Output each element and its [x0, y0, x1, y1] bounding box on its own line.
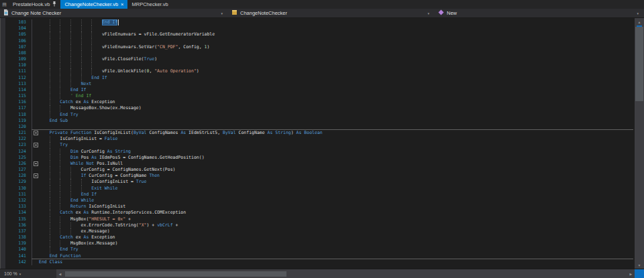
class-dropdown[interactable]: ChangeNoteChecker ▾ — [228, 9, 435, 17]
code-text[interactable]: ex.Message) — [39, 228, 635, 234]
code-text[interactable]: Exit While — [39, 186, 635, 192]
code-text[interactable]: End Try — [39, 247, 635, 253]
code-line: 124 Dim CurConfig As String — [0, 149, 635, 155]
fold-gutter — [32, 204, 39, 210]
code-line: 106 — [0, 38, 635, 44]
line-number: 123 — [0, 142, 32, 148]
code-editor[interactable]: 103 End If104105 vFileEnumvars = vFile.G… — [0, 18, 644, 269]
code-text[interactable] — [39, 25, 635, 31]
code-text[interactable]: End If — [39, 192, 635, 198]
line-number: 139 — [0, 240, 32, 247]
code-text[interactable]: End If — [39, 19, 635, 25]
code-line: 126 While Not Pos.IsNull — [0, 161, 635, 167]
fold-collapse-icon[interactable] — [34, 131, 38, 135]
code-text[interactable]: Return IsConfigInList — [39, 204, 635, 210]
scroll-left-icon[interactable]: ◀ — [56, 272, 64, 276]
indent-guide — [50, 38, 50, 44]
line-number: 130 — [0, 186, 32, 192]
code-text[interactable]: MsgBox("HRESULT = 0x" + — [39, 216, 635, 222]
fold-gutter — [32, 155, 39, 161]
indent-guide — [81, 62, 82, 68]
code-text[interactable]: vFileEnumvars = vFile.GetEnumeratorVaria… — [39, 31, 635, 38]
fold-gutter — [32, 173, 39, 179]
fold-gutter — [32, 38, 39, 44]
fold-gutter — [32, 44, 39, 50]
code-text[interactable] — [39, 38, 635, 44]
code-text[interactable]: MessageBox.Show(ex.Message) — [39, 105, 635, 111]
scroll-down-icon[interactable]: ▼ — [635, 261, 644, 269]
line-number: 134 — [0, 210, 32, 216]
vertical-scrollbar[interactable]: ▲ ▼ — [635, 18, 644, 269]
code-text[interactable]: End Sub — [39, 118, 635, 124]
indent-guide — [50, 62, 50, 68]
code-line: 135 MsgBox("HRESULT = 0x" + — [0, 216, 635, 222]
code-text[interactable]: CurConfig = ConfigNames.GetNext(Pos) — [39, 167, 635, 173]
code-text[interactable]: Next — [39, 81, 635, 87]
fold-gutter — [32, 130, 39, 136]
fold-gutter — [32, 19, 39, 25]
code-line: 125 Dim Pos As IEdmPos5 = ConfigNames.Ge… — [0, 155, 635, 161]
fold-gutter — [32, 234, 39, 240]
code-text[interactable]: ' End If — [39, 93, 635, 99]
horizontal-scrollbar-thumb[interactable] — [65, 271, 286, 277]
document-list-icon[interactable]: ▤ — [0, 0, 9, 9]
code-text[interactable]: End If — [39, 87, 635, 93]
fold-collapse-icon[interactable] — [34, 161, 38, 166]
indent-guide — [91, 38, 92, 44]
line-number: 133 — [0, 204, 32, 210]
pin-icon[interactable] — [52, 1, 56, 8]
code-text[interactable]: Dim Pos As IEdmPos5 = ConfigNames.GetHea… — [39, 155, 635, 161]
code-text[interactable]: Private Function IsConfigInList(ByVal Co… — [39, 130, 635, 136]
code-text[interactable]: MsgBox(ex.Message) — [39, 240, 635, 247]
horizontal-scroll-track[interactable] — [64, 269, 627, 278]
code-line: 131 End If — [0, 192, 635, 198]
code-text[interactable]: vFile.UnlockFile(0, "Auto Operation") — [39, 68, 635, 74]
fold-gutter — [32, 179, 39, 185]
line-number: 140 — [0, 247, 32, 253]
code-text[interactable]: While Not Pos.IsNull — [39, 161, 635, 167]
fold-gutter — [32, 93, 39, 99]
member-dropdown[interactable]: New ▾ — [435, 9, 644, 17]
member-name: New — [447, 10, 457, 16]
code-text[interactable]: Catch ex As Exception — [39, 234, 635, 240]
code-text[interactable]: End While — [39, 198, 635, 204]
line-number: 109 — [0, 56, 32, 62]
fold-gutter — [32, 118, 39, 124]
zoom-control[interactable]: 100 % ▾ — [0, 271, 56, 276]
line-number: 142 — [0, 259, 32, 265]
code-text[interactable]: IsConfigInList = True — [39, 179, 635, 185]
fold-gutter — [32, 68, 39, 74]
code-text[interactable]: End If — [39, 75, 635, 81]
vertical-scrollbar-thumb[interactable] — [635, 27, 643, 101]
code-text[interactable]: End Try — [39, 112, 635, 118]
code-line: 127 CurConfig = ConfigNames.GetNext(Pos) — [0, 167, 635, 173]
chevron-down-icon: ▾ — [422, 11, 431, 15]
horizontal-scrollbar[interactable]: ◀ ▶ — [56, 269, 635, 278]
code-line: 103 End If — [0, 19, 635, 25]
fold-collapse-icon[interactable] — [34, 143, 38, 147]
line-number: 104 — [0, 25, 32, 31]
tab-mrpchecker[interactable]: MRPChecker.vb — [127, 0, 172, 9]
code-line: 134 Catch ex As Runtime.InteropServices.… — [0, 210, 635, 216]
scroll-up-icon[interactable]: ▲ — [635, 18, 644, 25]
code-text[interactable] — [39, 62, 635, 68]
scroll-right-icon[interactable]: ▶ — [627, 272, 635, 276]
code-text[interactable]: End Class — [39, 259, 635, 265]
code-text[interactable] — [39, 50, 635, 56]
close-icon[interactable]: × — [121, 2, 123, 7]
tab-changenotechecker[interactable]: ChangeNoteChecker.vb × — [60, 0, 127, 9]
project-dropdown[interactable]: Change Note Checker ▾ — [0, 9, 228, 17]
code-text[interactable]: Dim CurConfig As String — [39, 149, 635, 155]
code-text[interactable]: IsConfigInList = False — [39, 136, 635, 142]
code-text[interactable]: Catch ex As Runtime.InteropServices.COME… — [39, 210, 635, 216]
pane-split-corner-box[interactable] — [635, 269, 644, 278]
code-text[interactable]: ex.ErrorCode.ToString("X") + vbCrLf + — [39, 222, 635, 228]
tab-prestatehook[interactable]: PrestateHook.vb — [9, 0, 60, 9]
code-text[interactable]: vFileEnumvars.SetVar("CN_PDF", Config, 1… — [39, 44, 635, 50]
code-text[interactable]: Try — [39, 142, 635, 148]
fold-collapse-icon[interactable] — [34, 173, 38, 178]
line-number: 108 — [0, 50, 32, 56]
code-line: 108 — [0, 50, 635, 56]
fold-gutter — [32, 142, 39, 148]
code-text[interactable]: vFile.CloseFile(True) — [39, 56, 635, 62]
